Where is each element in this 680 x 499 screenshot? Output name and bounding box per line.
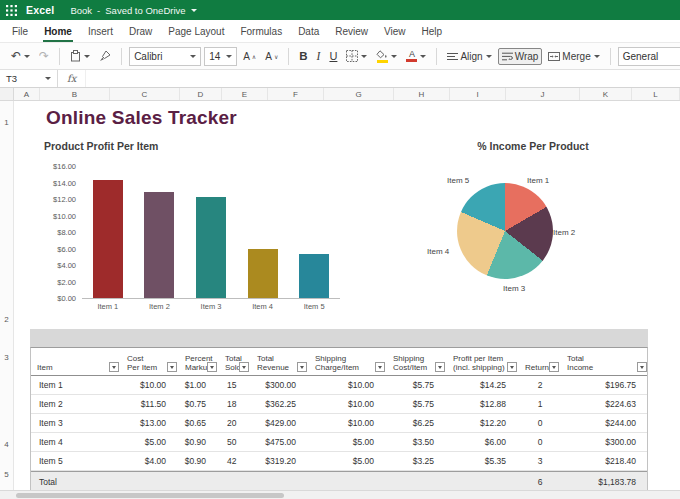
table-cell[interactable]: $224.63 bbox=[561, 399, 649, 409]
total-returns-cell[interactable]: 6 bbox=[519, 477, 561, 487]
table-cell[interactable]: $5.75 bbox=[387, 399, 447, 409]
table-cell[interactable]: 2 bbox=[519, 380, 561, 390]
row-header-4[interactable]: 4 bbox=[0, 440, 13, 449]
table-cell[interactable]: $0.65 bbox=[179, 418, 219, 428]
column-header-E[interactable]: E bbox=[222, 88, 268, 100]
table-cell[interactable]: $196.75 bbox=[561, 380, 649, 390]
menu-tab-review[interactable]: Review bbox=[327, 20, 376, 42]
filter-dropdown-button[interactable] bbox=[297, 362, 307, 372]
menu-tab-help[interactable]: Help bbox=[414, 20, 451, 42]
table-cell[interactable]: Item 1 bbox=[31, 380, 121, 390]
borders-button[interactable] bbox=[343, 48, 370, 64]
column-header-F[interactable]: F bbox=[268, 88, 324, 100]
table-cell[interactable]: $10.00 bbox=[309, 399, 387, 409]
table-cell[interactable]: $475.00 bbox=[251, 437, 309, 447]
table-cell[interactable]: $5.00 bbox=[121, 437, 179, 447]
table-cell[interactable]: $3.50 bbox=[387, 437, 447, 447]
filter-dropdown-button[interactable] bbox=[507, 362, 517, 372]
table-cell[interactable]: 42 bbox=[219, 456, 251, 466]
column-header-H[interactable]: H bbox=[394, 88, 450, 100]
table-cell[interactable]: $218.40 bbox=[561, 456, 649, 466]
table-cell[interactable]: $0.75 bbox=[179, 399, 219, 409]
table-cell[interactable]: $12.88 bbox=[447, 399, 519, 409]
table-cell[interactable]: $6.00 bbox=[447, 437, 519, 447]
filter-dropdown-button[interactable] bbox=[207, 362, 217, 372]
table-cell[interactable]: $5.00 bbox=[309, 456, 387, 466]
table-cell[interactable]: 3 bbox=[519, 456, 561, 466]
table-cell[interactable]: $4.00 bbox=[121, 456, 179, 466]
table-cell[interactable]: $0.90 bbox=[179, 456, 219, 466]
document-title[interactable]: Book bbox=[70, 5, 92, 16]
table-cell[interactable]: $5.35 bbox=[447, 456, 519, 466]
menu-tab-page-layout[interactable]: Page Layout bbox=[160, 20, 232, 42]
table-cell[interactable]: $5.00 bbox=[309, 437, 387, 447]
table-cell[interactable]: $3.25 bbox=[387, 456, 447, 466]
table-cell[interactable]: $362.25 bbox=[251, 399, 309, 409]
table-cell[interactable]: $244.00 bbox=[561, 418, 649, 428]
filter-dropdown-button[interactable] bbox=[109, 362, 119, 372]
table-cell[interactable]: 0 bbox=[519, 418, 561, 428]
table-cell[interactable]: 0 bbox=[519, 437, 561, 447]
table-cell[interactable]: 15 bbox=[219, 380, 251, 390]
table-cell[interactable]: $6.25 bbox=[387, 418, 447, 428]
font-color-button[interactable]: A bbox=[403, 48, 429, 64]
column-header-J[interactable]: J bbox=[506, 88, 580, 100]
filter-dropdown-button[interactable] bbox=[239, 362, 249, 372]
select-all-button[interactable] bbox=[0, 88, 14, 100]
table-cell[interactable]: $300.00 bbox=[561, 437, 649, 447]
table-cell[interactable]: Item 2 bbox=[31, 399, 121, 409]
increase-font-button[interactable]: A∧ bbox=[240, 49, 259, 64]
format-painter-button[interactable] bbox=[96, 48, 114, 64]
row-header-5[interactable]: 5 bbox=[0, 470, 13, 479]
document-info[interactable]: Book - Saved to OneDrive bbox=[70, 5, 196, 16]
underline-button[interactable]: U bbox=[326, 48, 340, 64]
filter-dropdown-button[interactable] bbox=[435, 362, 445, 372]
bold-button[interactable]: B bbox=[296, 48, 310, 64]
row-header-3[interactable]: 3 bbox=[0, 353, 13, 362]
redo-button[interactable]: ↷ bbox=[36, 48, 52, 64]
menu-tab-home[interactable]: Home bbox=[36, 20, 80, 42]
total-income-cell[interactable]: $1,183.78 bbox=[561, 477, 649, 487]
fill-color-button[interactable] bbox=[373, 48, 400, 65]
column-header-C[interactable]: C bbox=[110, 88, 180, 100]
table-cell[interactable]: Item 3 bbox=[31, 418, 121, 428]
formula-input[interactable] bbox=[86, 70, 680, 87]
filter-dropdown-button[interactable] bbox=[167, 362, 177, 372]
column-header-A[interactable]: A bbox=[14, 88, 40, 100]
table-cell[interactable]: 50 bbox=[219, 437, 251, 447]
table-cell[interactable]: 20 bbox=[219, 418, 251, 428]
table-cell[interactable]: Item 5 bbox=[31, 456, 121, 466]
table-cell[interactable]: Item 4 bbox=[31, 437, 121, 447]
menu-tab-draw[interactable]: Draw bbox=[121, 20, 160, 42]
column-header-I[interactable]: I bbox=[450, 88, 506, 100]
table-cell[interactable]: $14.25 bbox=[447, 380, 519, 390]
table-cell[interactable]: $319.20 bbox=[251, 456, 309, 466]
total-label-cell[interactable]: Total bbox=[31, 477, 121, 487]
cell-name-box[interactable]: T3 bbox=[0, 70, 58, 87]
table-cell[interactable]: $0.90 bbox=[179, 437, 219, 447]
menu-tab-data[interactable]: Data bbox=[290, 20, 327, 42]
font-size-select[interactable]: 14 bbox=[204, 47, 237, 66]
filter-dropdown-button[interactable] bbox=[375, 362, 385, 372]
horizontal-scrollbar[interactable] bbox=[0, 490, 680, 499]
column-header-K[interactable]: K bbox=[580, 88, 632, 100]
table-cell[interactable]: $1.00 bbox=[179, 380, 219, 390]
menu-tab-formulas[interactable]: Formulas bbox=[232, 20, 290, 42]
filter-dropdown-button[interactable] bbox=[637, 362, 647, 372]
table-cell[interactable]: 18 bbox=[219, 399, 251, 409]
column-header-D[interactable]: D bbox=[180, 88, 222, 100]
table-cell[interactable]: $300.00 bbox=[251, 380, 309, 390]
wrap-text-button[interactable]: Wrap bbox=[498, 48, 543, 65]
saved-status[interactable]: Saved to OneDrive bbox=[105, 5, 185, 16]
column-header-G[interactable]: G bbox=[324, 88, 394, 100]
align-button[interactable]: Align bbox=[444, 49, 494, 64]
table-cell[interactable]: 1 bbox=[519, 399, 561, 409]
row-header-1[interactable]: 1 bbox=[0, 118, 13, 127]
paste-button[interactable] bbox=[67, 48, 93, 64]
sheet-grid[interactable]: Online Sales Tracker Product Profit Per … bbox=[14, 101, 680, 490]
table-cell[interactable]: $429.00 bbox=[251, 418, 309, 428]
menu-tab-file[interactable]: File bbox=[4, 20, 36, 42]
decrease-font-button[interactable]: A∨ bbox=[262, 49, 281, 64]
italic-button[interactable]: I bbox=[314, 48, 324, 64]
insert-function-button[interactable]: fx bbox=[58, 70, 86, 87]
